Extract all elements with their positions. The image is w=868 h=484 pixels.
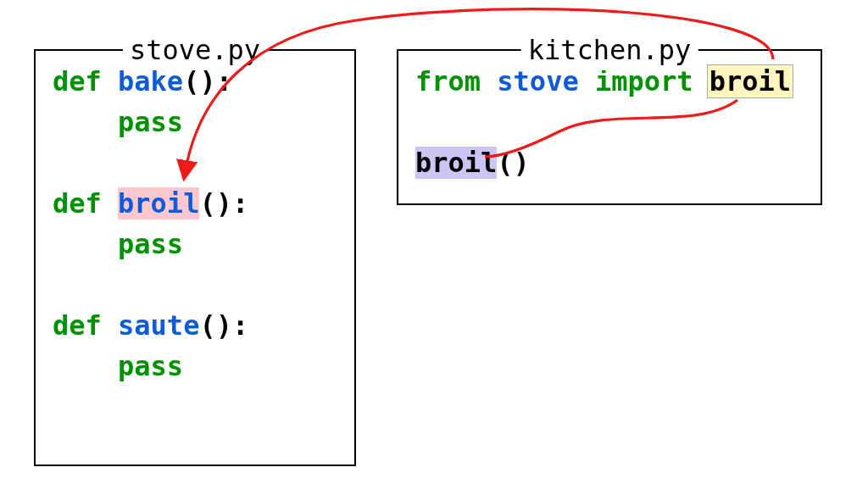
kw-def: def — [53, 187, 102, 220]
kw-pass: pass — [118, 228, 183, 260]
import-symbol-broil: broil — [707, 64, 793, 98]
call-parens: () — [497, 147, 530, 179]
kw-def: def — [53, 309, 102, 342]
call-broil: broil — [415, 147, 497, 179]
paren-colon: (): — [199, 187, 248, 220]
file-title-kitchen: kitchen.py — [521, 30, 698, 70]
fn-broil-def: broil — [118, 187, 199, 220]
code-stove: def bake(): pass def broil(): pass def s… — [53, 61, 341, 387]
paren-colon: (): — [199, 309, 248, 342]
kw-pass: pass — [118, 106, 183, 138]
code-kitchen: from stove import broil broil() — [415, 61, 807, 183]
kw-pass: pass — [118, 350, 183, 382]
file-box-kitchen: kitchen.py from stove import broil broil… — [397, 49, 822, 205]
fn-saute: saute — [118, 309, 199, 342]
file-title-stove: stove.py — [123, 30, 267, 70]
file-box-stove: stove.py def bake(): pass def broil(): p… — [34, 49, 356, 466]
kw-from: from — [415, 65, 481, 97]
kw-def: def — [53, 65, 102, 97]
